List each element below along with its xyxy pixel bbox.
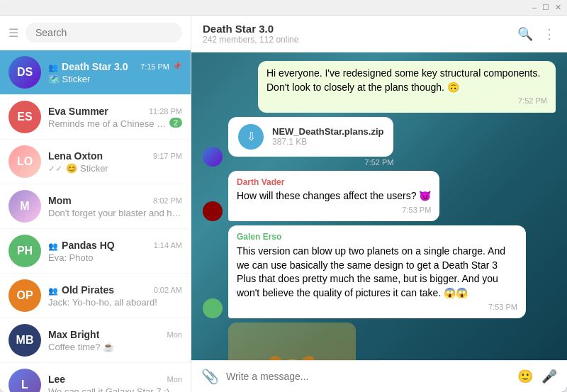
attach-icon[interactable]: 📎 — [201, 368, 219, 385]
file-info: NEW_DeathStar.plans.zip 387.1 KB — [272, 126, 383, 147]
chat-name: 👥 Pandas HQ — [48, 240, 115, 251]
chat-list-item[interactable]: MBMax BrightMonCoffee time? ☕ — [0, 318, 191, 363]
avatar: MB — [9, 324, 41, 357]
chat-time: 7:15 PM — [140, 62, 169, 71]
chat-list-item[interactable]: MMom8:02 PMDon't forget your blaster and… — [0, 184, 191, 229]
message-row: Hi everyone. I've redesigned some key st… — [203, 61, 556, 113]
chat-time: Mon — [167, 375, 182, 383]
message-row-darth: Darth Vader How will these changes affec… — [203, 171, 556, 222]
chat-preview: Eva: Photo — [48, 252, 94, 263]
close-icon[interactable]: ✕ — [555, 3, 561, 12]
msg-avatar-galen — [203, 298, 223, 318]
sticker-svg — [235, 326, 349, 360]
sender-name: Darth Vader — [237, 177, 431, 189]
chat-name: Lee — [48, 374, 65, 385]
sticker-row — [203, 323, 556, 360]
download-icon: ⇩ — [238, 124, 264, 150]
chat-time: 9:17 PM — [153, 152, 182, 160]
msg-avatar-darth — [203, 201, 223, 221]
avatar: L — [9, 369, 41, 392]
message-time: 7:52 PM — [266, 96, 547, 106]
avatar: ES — [9, 101, 41, 133]
chat-time: 1:14 AM — [154, 241, 182, 250]
file-time: 7:52 PM — [228, 158, 393, 167]
file-bubble[interactable]: ⇩ NEW_DeathStar.plans.zip 387.1 KB — [228, 117, 393, 157]
file-size: 387.1 KB — [272, 137, 383, 147]
message-text: Hi everyone. I've redesigned some key st… — [266, 67, 547, 94]
sender-name: Galen Erso — [237, 231, 517, 243]
chat-header: Death Star 3.0 242 members, 112 online 🔍… — [191, 16, 567, 52]
sidebar-header: ☰ — [0, 16, 191, 50]
avatar: M — [9, 190, 41, 223]
chat-panel: Death Star 3.0 242 members, 112 online 🔍… — [191, 16, 567, 392]
app-body: ☰ DS👥 Death Star 3.07:15 PM 📌🗺️ StickerE… — [0, 16, 567, 392]
message-row-file: ⇩ NEW_DeathStar.plans.zip 387.1 KB 7:52 … — [203, 117, 556, 167]
svg-point-2 — [265, 354, 287, 360]
chat-list-item[interactable]: LLeeMonWe can call it Galaxy Star 7 ;) — [0, 363, 191, 392]
chat-name: 👥 Death Star 3.0 — [48, 61, 128, 72]
message-bubble-out: Hi everyone. I've redesigned some key st… — [258, 61, 556, 113]
chat-list-item[interactable]: PH👥 Pandas HQ1:14 AMEva: Photo — [0, 229, 191, 274]
messages-area: Hi everyone. I've redesigned some key st… — [191, 52, 567, 360]
message-time: 7:53 PM — [237, 302, 517, 313]
sidebar: ☰ DS👥 Death Star 3.07:15 PM 📌🗺️ StickerE… — [0, 16, 191, 392]
chat-name: 👥 Old Pirates — [48, 284, 114, 296]
chat-preview: ✓✓ 😊 Sticker — [48, 163, 108, 174]
avatar: PH — [9, 235, 41, 267]
message-text: This version can blow up two planets on … — [237, 245, 517, 300]
message-text: How will these changes affect the users?… — [237, 189, 431, 203]
avatar: LO — [9, 145, 41, 178]
pin-icon: 📌 — [172, 62, 182, 71]
message-bubble-galen: Galen Erso This version can blow up two … — [228, 225, 526, 318]
emoji-icon[interactable]: 🙂 — [517, 369, 533, 384]
chat-list-item[interactable]: LOLena Oxton9:17 PM✓✓ 😊 Sticker — [0, 140, 191, 184]
input-icons: 🙂 🎤 — [517, 369, 557, 384]
svg-point-3 — [296, 354, 318, 360]
chat-preview: Jack: Yo-ho-ho, all aboard! — [48, 297, 157, 308]
chat-preview: Coffee time? ☕ — [48, 342, 114, 352]
chat-list-item[interactable]: ESEva Summer11:28 PMReminds me of a Chin… — [0, 95, 191, 140]
chat-input-area: 📎 🙂 🎤 — [191, 360, 567, 392]
chat-name: Max Bright — [48, 329, 99, 340]
chat-time: 8:02 PM — [153, 196, 182, 205]
chat-list-item[interactable]: OP👥 Old Pirates0:02 AMJack: Yo-ho-ho, al… — [0, 274, 191, 318]
hamburger-icon[interactable]: ☰ — [9, 26, 18, 40]
chat-time: 11:28 PM — [149, 107, 182, 116]
search-input[interactable] — [26, 23, 182, 43]
chat-name: Eva Summer — [48, 106, 108, 117]
unread-badge: 2 — [169, 118, 182, 128]
message-bubble-darth: Darth Vader How will these changes affec… — [228, 171, 439, 222]
sticker-bubble — [228, 323, 356, 360]
chat-preview: Reminds me of a Chinese prove... — [48, 118, 167, 129]
chat-preview: We can call it Galaxy Star 7 ;) — [48, 386, 169, 393]
chat-subtitle: 242 members, 112 online — [203, 35, 517, 45]
msg-avatar — [203, 147, 223, 167]
chat-name: Lena Oxton — [48, 150, 103, 162]
maximize-icon[interactable]: ☐ — [542, 3, 549, 12]
voice-icon[interactable]: 🎤 — [541, 369, 557, 384]
minimize-icon[interactable]: – — [532, 3, 537, 12]
avatar: DS — [9, 56, 41, 89]
message-time: 7:53 PM — [237, 205, 431, 215]
chat-header-info: Death Star 3.0 242 members, 112 online — [203, 23, 517, 45]
chat-list: DS👥 Death Star 3.07:15 PM 📌🗺️ StickerESE… — [0, 50, 191, 392]
chat-title: Death Star 3.0 — [203, 23, 517, 35]
message-row-galen: Galen Erso This version can blow up two … — [203, 225, 556, 318]
avatar: OP — [9, 279, 41, 312]
window-chrome: – ☐ ✕ — [0, 0, 567, 16]
chat-time: Mon — [167, 330, 182, 339]
more-icon[interactable]: ⋮ — [543, 26, 556, 42]
file-name: NEW_DeathStar.plans.zip — [272, 126, 383, 137]
chat-name: Mom — [48, 195, 72, 206]
message-input[interactable] — [226, 371, 510, 382]
chat-preview: 🗺️ Sticker — [48, 74, 90, 84]
chat-time: 0:02 AM — [154, 286, 182, 294]
header-icons: 🔍 ⋮ — [517, 26, 556, 42]
search-icon[interactable]: 🔍 — [517, 26, 533, 42]
chat-list-item[interactable]: DS👥 Death Star 3.07:15 PM 📌🗺️ Sticker — [0, 50, 191, 95]
chat-preview: Don't forget your blaster and helmet — [48, 208, 182, 218]
